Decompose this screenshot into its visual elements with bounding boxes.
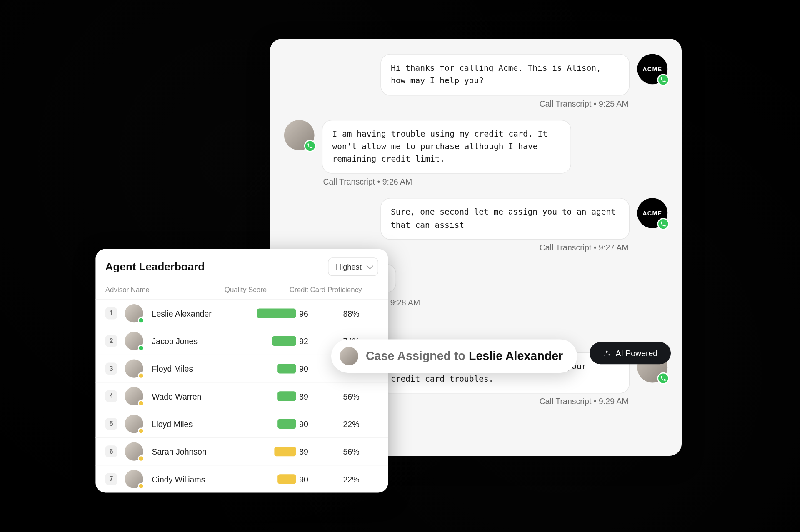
message-row: I am having trouble using my credit card…: [284, 120, 668, 174]
customer-avatar: [284, 120, 315, 150]
phone-icon: [658, 218, 670, 230]
advisor-name: Lloyd Miles: [152, 419, 239, 428]
ai-powered-label: AI Powered: [615, 348, 658, 357]
quality-score: 90: [299, 474, 321, 483]
quality-score: 89: [299, 447, 321, 456]
sort-dropdown[interactable]: Highest: [328, 257, 378, 276]
acme-avatar: ACME: [637, 198, 668, 228]
proficiency-value: 22%: [324, 474, 378, 483]
acme-avatar: ACME: [637, 54, 668, 84]
rank-badge: 1: [105, 307, 118, 319]
proficiency-value: 56%: [324, 391, 378, 400]
proficiency-value: 22%: [324, 419, 378, 428]
quality-score: 92: [299, 336, 321, 345]
table-row[interactable]: 5Lloyd Miles9022%: [95, 410, 388, 437]
sparkle-icon: [602, 349, 611, 357]
message-row: Hi thanks for calling Acme. This is Alis…: [284, 54, 668, 95]
message-row: Sure, one second let me assign you to an…: [284, 198, 668, 239]
case-assigned-text: Case Assigned to Leslie Alexander: [366, 349, 563, 363]
score-bar: [278, 391, 296, 401]
message-bubble: Sure, one second let me assign you to an…: [380, 198, 630, 239]
rank-badge: 7: [105, 473, 118, 485]
rank-badge: 6: [105, 445, 118, 457]
case-assigned-pill: Case Assigned to Leslie Alexander: [331, 339, 577, 373]
status-dot: [138, 483, 145, 490]
message-meta: Call Transcript • 9:25 AM: [284, 98, 629, 107]
phone-icon: [304, 140, 316, 152]
message-bubble: Hi thanks for calling Acme. This is Alis…: [380, 54, 630, 95]
score-bar: [257, 308, 296, 318]
quality-score: 89: [299, 391, 321, 400]
rank-badge: 3: [105, 362, 118, 375]
score-bar: [278, 474, 296, 484]
phone-icon: [658, 74, 670, 86]
leaderboard-title: Agent Leaderboard: [105, 260, 205, 273]
score-bar: [278, 364, 296, 373]
rank-badge: 4: [105, 390, 118, 402]
column-header-score: Quality Score: [214, 285, 290, 294]
status-dot: [138, 400, 145, 407]
proficiency-value: 56%: [324, 447, 378, 456]
message-bubble: I am having trouble using my credit card…: [322, 120, 571, 174]
status-dot: [138, 455, 145, 462]
sort-dropdown-label: Highest: [336, 262, 362, 271]
phone-icon: [658, 372, 670, 384]
avatar: [125, 332, 143, 350]
table-row[interactable]: 6Sarah Johnson8956%: [95, 438, 388, 465]
avatar: [125, 359, 143, 377]
avatar: [125, 442, 143, 460]
case-assigned-name: Leslie Alexander: [469, 349, 563, 362]
advisor-name: Cindy Williams: [152, 474, 239, 483]
advisor-name: Floyd Miles: [152, 364, 239, 373]
table-row[interactable]: 4Wade Warren8956%: [95, 382, 388, 410]
avatar: [125, 304, 143, 322]
table-row[interactable]: 1Leslie Alexander9688%: [95, 300, 388, 327]
score-bar: [274, 446, 296, 456]
status-dot: [138, 427, 145, 434]
rank-badge: 5: [105, 417, 118, 430]
message-meta: anscript • 9:28 AM: [355, 297, 668, 307]
quality-score: 90: [299, 364, 321, 373]
ai-powered-badge: AI Powered: [590, 342, 670, 364]
score-bar: [272, 336, 296, 345]
status-dot: [138, 345, 145, 351]
rank-badge: 2: [105, 335, 118, 347]
score-bar: [278, 419, 296, 428]
column-header-name: Advisor Name: [105, 285, 214, 294]
advisor-name: Leslie Alexander: [152, 309, 239, 318]
status-dot: [138, 372, 145, 379]
case-assigned-prefix: Case Assigned to: [366, 349, 469, 362]
advisor-name: Jacob Jones: [152, 336, 239, 345]
avatar: [125, 415, 143, 433]
proficiency-value: 88%: [324, 309, 378, 318]
avatar: [340, 347, 358, 365]
advisor-name: Wade Warren: [152, 391, 239, 400]
column-header-proficiency: Credit Card Proficiency: [290, 285, 378, 294]
quality-score: 96: [299, 309, 321, 318]
message-meta: Call Transcript • 9:26 AM: [323, 177, 668, 186]
quality-score: 90: [299, 419, 321, 428]
advisor-name: Sarah Johnson: [152, 447, 239, 456]
status-dot: [138, 317, 145, 324]
avatar: [125, 387, 143, 405]
avatar: [125, 470, 143, 488]
table-row[interactable]: 7Cindy Williams9022%: [95, 465, 388, 492]
